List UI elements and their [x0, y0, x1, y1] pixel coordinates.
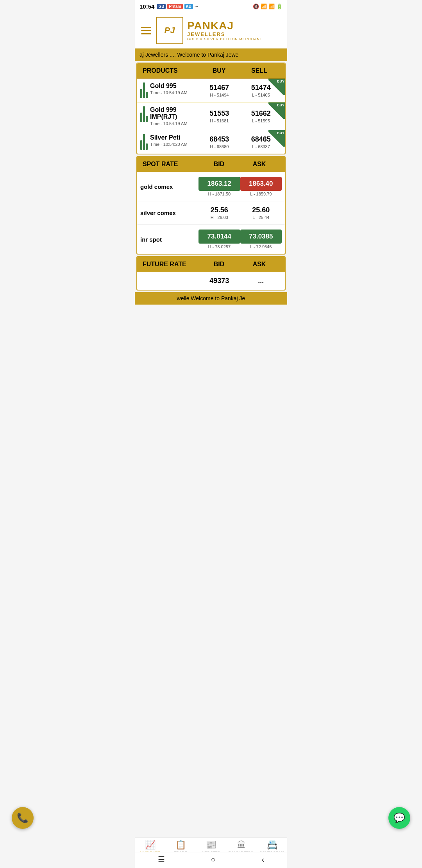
spot-col1: SPOT RATE [143, 161, 199, 168]
future-col3: ASK [239, 261, 279, 268]
buy-high: H - 68680 [198, 144, 240, 149]
bar-chart-icon [140, 82, 148, 98]
buy-high: H - 51681 [198, 118, 240, 123]
spot-ask-price: 25.60 [240, 206, 282, 214]
product-time: Time - 10:54:19 AM [150, 90, 198, 95]
products-section: PRODUCTS BUY SELL Gold 995 Time - 10:54:… [136, 63, 286, 154]
table-row: gold comex 1863.12 H - 1871.50 1863.40 L… [137, 172, 285, 201]
buy-badge: BUY [268, 79, 285, 95]
brand-subtitle: JEWELLERS [187, 31, 262, 37]
status-time: 10:54 [139, 3, 154, 10]
spot-bid-high: H - 1871.50 [198, 192, 240, 196]
future-ask: ... [240, 277, 282, 285]
spot-bid-high: H - 73.0257 [198, 244, 240, 249]
buy-price: 68453 [198, 135, 240, 143]
bar-chart-icon [140, 134, 148, 150]
wifi-icon: 📶 [261, 4, 267, 9]
product-name: Silver Peti [150, 134, 198, 141]
spot-bid-high: H - 26.03 [198, 215, 240, 220]
status-apps: GB Pritam KB ··· [157, 4, 198, 9]
product-time: Time - 10:54:20 AM [150, 142, 198, 147]
table-row: Silver Peti Time - 10:54:20 AM 68453 H -… [137, 130, 285, 154]
spot-product-name: silver comex [140, 210, 198, 216]
table-row: 49373 ... [137, 272, 285, 290]
products-col1: PRODUCTS [143, 67, 199, 74]
brand-tagline: GOLD & SILVER BULLION MERCHANT [187, 37, 262, 41]
table-row: silver comex 25.56 H - 26.03 25.60 L - 2… [137, 201, 285, 225]
logo-box: PJ [156, 17, 183, 44]
product-name: Gold 999 IMP(RJT) [150, 106, 198, 120]
spot-ask-low: L - 72.9546 [240, 244, 282, 249]
spot-col2: BID [199, 161, 239, 168]
buy-high: H - 51494 [198, 93, 240, 97]
spot-ask-price: 1863.40 [240, 177, 282, 191]
status-icons: 🔇 📶 📶 🔋 [253, 4, 283, 9]
battery-icon: 🔋 [276, 4, 283, 9]
sell-low: L - 51595 [240, 118, 282, 123]
bar-chart-icon [140, 106, 148, 122]
logo-area: PJ PANKAJ JEWELLERS GOLD & SILVER BULLIO… [156, 17, 262, 44]
table-row: Gold 999 IMP(RJT) Time - 10:54:19 AM 515… [137, 102, 285, 130]
spot-product-name: gold comex [140, 183, 198, 190]
spot-col3: ASK [239, 161, 279, 168]
future-col1: FUTURE RATE [143, 261, 199, 268]
products-col2: BUY [199, 67, 239, 74]
buy-price: 51553 [198, 109, 240, 118]
hamburger-menu[interactable] [141, 27, 151, 34]
future-rate-section: FUTURE RATE BID ASK 49373 ... [136, 256, 286, 291]
spot-ask-low: L - 25.44 [240, 215, 282, 220]
table-row: Gold 995 Time - 10:54:19 AM 51467 H - 51… [137, 79, 285, 102]
brand-text: PANKAJ JEWELLERS GOLD & SILVER BULLION M… [187, 20, 262, 41]
spot-rate-header: SPOT RATE BID ASK [137, 157, 285, 172]
top-marquee: aj Jewellers .... Welcome to Pankaj Jewe [135, 48, 287, 61]
buy-price: 51467 [198, 84, 240, 92]
spot-bid-price: 73.0144 [198, 230, 240, 244]
buy-badge: BUY [268, 102, 285, 119]
brand-name: PANKAJ [187, 20, 262, 31]
products-header: PRODUCTS BUY SELL [137, 63, 285, 79]
buy-badge: BUY [268, 130, 285, 147]
future-bid: 49373 [198, 277, 240, 285]
mute-icon: 🔇 [253, 4, 259, 9]
bottom-marquee: welle Welcome to Pankaj Je [135, 292, 287, 305]
app-header: PJ PANKAJ JEWELLERS GOLD & SILVER BULLIO… [135, 13, 287, 48]
product-name: Gold 995 [150, 82, 198, 90]
products-col3: SELL [239, 67, 279, 74]
signal-icon: 📶 [268, 4, 275, 9]
spot-rate-section: SPOT RATE BID ASK gold comex 1863.12 H -… [136, 156, 286, 255]
status-bar: 10:54 GB Pritam KB ··· 🔇 📶 📶 🔋 [135, 0, 287, 13]
spot-ask-price: 73.0385 [240, 230, 282, 244]
future-rate-header: FUTURE RATE BID ASK [137, 257, 285, 272]
table-row: inr spot 73.0144 H - 73.0257 73.0385 L -… [137, 225, 285, 254]
product-time: Time - 10:54:19 AM [150, 121, 198, 126]
spot-bid-price: 25.56 [198, 206, 240, 214]
future-col2: BID [199, 261, 239, 268]
spot-bid-price: 1863.12 [198, 177, 240, 191]
spot-product-name: inr spot [140, 236, 198, 243]
spot-ask-low: L - 1859.79 [240, 192, 282, 196]
